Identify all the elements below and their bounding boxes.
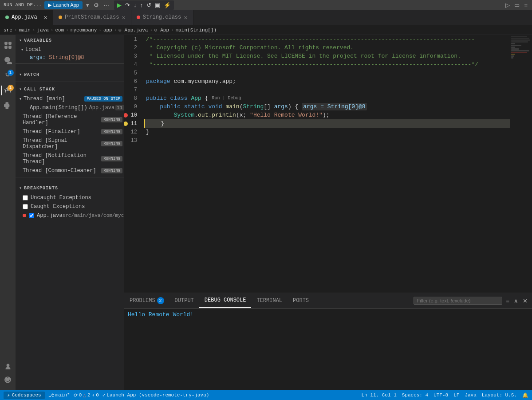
tab-problems[interactable]: PROBLEMS 2 — [124, 293, 169, 308]
run-debug-label: RUN AND DE... — [4, 2, 42, 8]
step-over-button[interactable]: ↷ — [124, 1, 131, 9]
tab-ports[interactable]: PORTS — [288, 293, 314, 308]
minimap-line-5 — [511, 43, 515, 44]
tab-close-app-java[interactable]: ✕ — [44, 14, 47, 21]
bc-com[interactable]: com — [55, 27, 64, 33]
minimap-line-12 — [511, 55, 514, 57]
variable-args[interactable]: args: String[0]@8 — [19, 54, 124, 62]
code-area[interactable]: /*--------------------------------------… — [144, 35, 510, 293]
language-item[interactable]: Java — [465, 392, 476, 398]
panel-list-icon[interactable]: ≡ — [505, 297, 510, 305]
launch-app-button[interactable]: ▶ Launch App — [44, 1, 83, 9]
watch-header[interactable]: ▾ WATCH — [16, 69, 124, 80]
bc-app[interactable]: app — [103, 27, 112, 33]
bp-caught[interactable]: Caught Exceptions — [16, 202, 124, 211]
thread-signal-dispatcher[interactable]: Thread [Signal Dispatcher] RUNNING — [16, 136, 124, 151]
spaces-item[interactable]: Spaces: 4 — [402, 392, 428, 398]
breakpoints-header[interactable]: ▾ BREAKPOINTS — [16, 183, 124, 193]
stop-button[interactable]: ▣ — [154, 1, 162, 9]
tab-terminal[interactable]: TERMINAL — [251, 293, 288, 308]
continue-button[interactable]: ▶ — [116, 1, 123, 9]
tab-close-string[interactable]: ✕ — [184, 14, 187, 21]
bp-appjava-checkbox[interactable] — [29, 213, 34, 218]
more-options-icon[interactable]: ⋯ — [102, 1, 110, 9]
encoding-item[interactable]: UTF-8 — [433, 392, 448, 398]
branch-item[interactable]: ⎇ main* — [48, 392, 70, 398]
panel-close-icon[interactable]: ✕ — [522, 297, 528, 305]
codespaces-button[interactable]: ⚡ Codespaces — [4, 392, 45, 399]
minimap-line-10 — [511, 52, 527, 53]
thread-reference-handler-label: Thread [Reference Handler] — [23, 114, 101, 126]
bp-caught-checkbox[interactable] — [23, 204, 28, 209]
variables-label: VARIABLES — [24, 38, 52, 43]
tab-app-java[interactable]: App.java ✕ — [0, 10, 53, 25]
thread-main[interactable]: ▾ Thread [main] PAUSED ON STEP — [16, 94, 124, 103]
bp-arrow: ▾ — [19, 185, 22, 191]
tab-printstream[interactable]: PrintStream.class ✕ — [53, 10, 131, 25]
bp-uncaught-checkbox[interactable] — [23, 195, 28, 200]
bp-uncaught[interactable]: Uncaught Exceptions — [16, 193, 124, 202]
sidebar-item-extensions[interactable] — [1, 99, 15, 112]
stack-frame-main[interactable]: App.main(String[]) App.java 11:1 — [16, 103, 124, 112]
tab-label-app-java: App.java — [12, 14, 37, 20]
minimap-line-6 — [511, 45, 521, 46]
step-out-button[interactable]: ↑ — [138, 1, 144, 9]
sidebar-item-debug[interactable]: 1 — [1, 84, 15, 97]
title-bar-left: RUN AND DE... ▶ Launch App ▾ ⚙ ⋯ — [4, 1, 110, 9]
launch-icon: ✓ — [102, 392, 106, 398]
minimap-line-7 — [511, 47, 515, 48]
sidebar-item-explorer[interactable] — [1, 39, 15, 52]
thread-finalizer[interactable]: Thread [Finalizer] RUNNING — [16, 127, 124, 136]
bc-mycompany[interactable]: mycompany — [71, 27, 97, 33]
thread-main-label: Thread [main] — [24, 96, 65, 102]
editor-scroll[interactable]: 1 2 3 4 5 6 7 8 9 10 11 — [124, 35, 532, 293]
call-stack-header[interactable]: ▾ CALL STACK — [16, 84, 124, 94]
launch-item[interactable]: ✓ Launch App (vscode-remote-try-java) — [102, 392, 209, 398]
split-editor-icon[interactable]: ▷ — [504, 1, 511, 9]
thread-reference-handler[interactable]: Thread [Reference Handler] RUNNING — [16, 112, 124, 127]
tab-debug-console[interactable]: DEBUG CONSOLE — [199, 293, 252, 308]
tab-string[interactable]: String.class ✕ — [131, 10, 193, 25]
breakpoints-section: ▾ BREAKPOINTS Uncaught Exceptions Caught… — [16, 183, 124, 220]
bc-java[interactable]: java — [37, 27, 48, 33]
sidebar-item-source-control[interactable]: 1 — [1, 69, 15, 82]
status-right: Ln 11, Col 1 Spaces: 4 UTF-8 LF Java Lay… — [362, 392, 528, 398]
tab-output[interactable]: OUTPUT — [169, 293, 199, 308]
hot-code-button[interactable]: ⚡ — [162, 1, 172, 9]
sidebar-item-account[interactable] — [1, 360, 15, 373]
panel-expand-icon[interactable]: ∧ — [513, 297, 519, 305]
divider-3 — [16, 177, 124, 177]
sidebar-item-search[interactable] — [1, 54, 15, 67]
toggle-panel-icon[interactable]: ▭ — [513, 1, 520, 9]
sync-item[interactable]: ⟳ 0 △ 2 ⬇ 0 — [74, 392, 99, 398]
minimap-line-2 — [511, 38, 529, 39]
ln-4: 4 — [124, 60, 141, 69]
bc-main[interactable]: main — [19, 27, 30, 33]
variables-header[interactable]: ▾ VARIABLES — [16, 35, 124, 46]
tab-ports-label: PORTS — [293, 298, 309, 304]
gear-icon[interactable]: ⚙ — [93, 1, 100, 9]
var-value-args: String[0]@8 — [49, 55, 84, 61]
sidebar-item-settings[interactable] — [1, 373, 15, 387]
filter-input[interactable] — [414, 297, 502, 305]
bc-src[interactable]: src — [4, 27, 12, 33]
bc-appjava[interactable]: ⊙ App.java — [118, 27, 148, 33]
layout-item[interactable]: Layout: U.S. — [482, 392, 517, 398]
minimap-line-8 — [511, 48, 519, 50]
launch-config-dropdown[interactable]: ▾ — [85, 1, 90, 9]
line-ending-item[interactable]: LF — [453, 392, 459, 398]
thread-notification[interactable]: Thread [Notification Thread] RUNNING — [16, 151, 124, 166]
minimap-content — [510, 35, 532, 60]
thread-common-cleaner[interactable]: Thread [Common-Cleaner] RUNNING — [16, 166, 124, 175]
notification-icon[interactable]: 🔔 — [522, 392, 528, 398]
bc-app-class[interactable]: ⊕ App — [154, 27, 169, 33]
more-icon[interactable]: ≡ — [523, 1, 528, 9]
restart-button[interactable]: ↺ — [145, 1, 153, 9]
bp-appjava[interactable]: App.java src/main/java/com/myc... 10 — [16, 211, 124, 220]
tab-bar: App.java ✕ PrintStream.class ✕ String.cl… — [0, 10, 532, 25]
cursor-item[interactable]: Ln 11, Col 1 — [362, 392, 397, 398]
bc-main-method[interactable]: main(String[]) — [176, 27, 217, 33]
tab-close-printstream[interactable]: ✕ — [122, 14, 125, 21]
run-link[interactable]: Run | Debug — [212, 96, 241, 101]
variables-local-header[interactable]: ▾ Local — [19, 46, 124, 54]
